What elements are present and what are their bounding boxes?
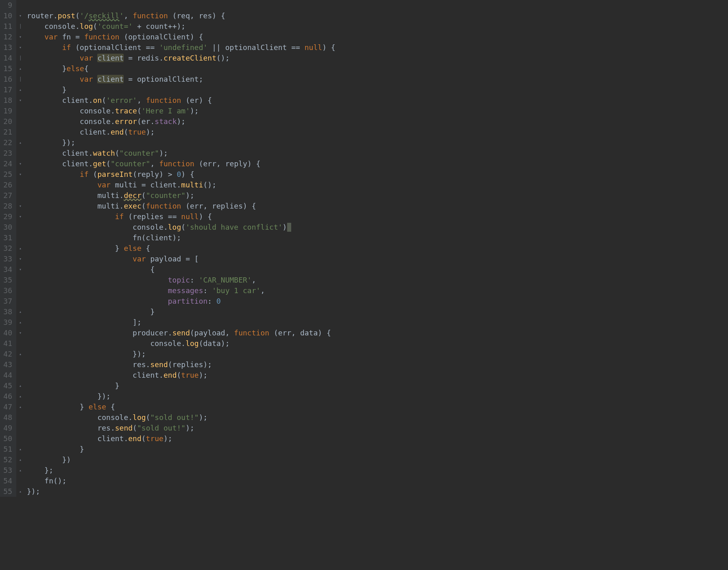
line-number[interactable]: 34	[3, 264, 12, 275]
code-line[interactable]: console.log("sold out!");	[27, 412, 336, 423]
fold-marker-icon[interactable]: │	[16, 53, 24, 63]
fold-marker-icon[interactable]	[16, 285, 24, 296]
code-line[interactable]: messages: 'buy 1 car',	[27, 285, 336, 296]
fold-marker-icon[interactable]	[16, 222, 24, 233]
line-number[interactable]: 25	[3, 169, 12, 180]
fold-marker-icon[interactable]	[16, 148, 24, 159]
line-number[interactable]: 52	[3, 455, 12, 465]
line-number[interactable]: 16	[3, 74, 12, 85]
line-number[interactable]: 53	[3, 465, 12, 476]
line-number[interactable]: 49	[3, 423, 12, 433]
fold-marker-icon[interactable]: ▴	[16, 465, 24, 476]
line-number[interactable]: 20	[3, 116, 12, 127]
fold-marker-icon[interactable]: ▴	[16, 85, 24, 95]
code-line[interactable]: }	[27, 307, 336, 317]
code-line[interactable]: }	[27, 381, 336, 391]
line-number[interactable]: 9	[3, 0, 12, 11]
code-line[interactable]: client.on('error', function (er) {	[27, 95, 336, 106]
fold-marker-icon[interactable]: ▾	[16, 169, 24, 180]
line-number[interactable]: 42	[3, 349, 12, 359]
fold-marker-icon[interactable]	[16, 476, 24, 486]
code-line[interactable]: var fn = function (optionalClient) {	[27, 32, 336, 42]
code-line[interactable]: if (optionalClient == 'undefined' || opt…	[27, 42, 336, 53]
fold-marker-icon[interactable]	[16, 275, 24, 285]
fold-marker-icon[interactable]: ▾	[16, 328, 24, 338]
fold-marker-icon[interactable]: ▴	[16, 402, 24, 412]
fold-marker-gutter[interactable]: ▾│▾▾│▴│▴▾▴▾▾▾▾▴▾▾▴▴▾▴▴▴▴▴▴▴▴	[16, 0, 24, 497]
code-line[interactable]: console.log('should have conflict')	[27, 222, 336, 233]
fold-marker-icon[interactable]: ▴	[16, 444, 24, 455]
code-line[interactable]: client.get("counter", function (err, rep…	[27, 159, 336, 169]
line-number[interactable]: 13	[3, 42, 12, 53]
code-line[interactable]: var client = optionalClient;	[27, 74, 336, 85]
code-line[interactable]: console.log('count=' + count++);	[27, 21, 336, 32]
line-number[interactable]: 36	[3, 285, 12, 296]
code-line[interactable]	[27, 0, 336, 11]
code-line[interactable]: producer.send(payload, function (err, da…	[27, 328, 336, 338]
fold-marker-icon[interactable]: ▾	[16, 264, 24, 275]
code-line[interactable]: } else {	[27, 402, 336, 412]
code-line[interactable]: client.watch("counter");	[27, 148, 336, 159]
line-number[interactable]: 21	[3, 127, 12, 137]
fold-marker-icon[interactable]: ▾	[16, 211, 24, 222]
fold-marker-icon[interactable]	[16, 338, 24, 349]
line-number[interactable]: 10	[3, 11, 12, 21]
code-line[interactable]: fn(client);	[27, 233, 336, 243]
fold-marker-icon[interactable]: ▴	[16, 243, 24, 254]
fold-marker-icon[interactable]: ▴	[16, 307, 24, 317]
line-number[interactable]: 28	[3, 201, 12, 211]
fold-marker-icon[interactable]: ▾	[16, 32, 24, 42]
fold-marker-icon[interactable]	[16, 180, 24, 190]
fold-marker-icon[interactable]: ▴	[16, 486, 24, 497]
code-line[interactable]: }else{	[27, 63, 336, 74]
code-line[interactable]: res.send(replies);	[27, 359, 336, 370]
code-line[interactable]: });	[27, 349, 336, 359]
fold-marker-icon[interactable]: ▾	[16, 159, 24, 169]
code-line[interactable]: }	[27, 85, 336, 95]
line-number[interactable]: 14	[3, 53, 12, 63]
code-line[interactable]: }	[27, 444, 336, 455]
line-number[interactable]: 12	[3, 32, 12, 42]
code-line[interactable]: partition: 0	[27, 296, 336, 307]
fold-marker-icon[interactable]	[16, 127, 24, 137]
fold-marker-icon[interactable]: │	[16, 21, 24, 32]
line-number[interactable]: 45	[3, 381, 12, 391]
line-number[interactable]: 41	[3, 338, 12, 349]
code-line[interactable]: var multi = client.multi();	[27, 180, 336, 190]
code-line[interactable]: router.post('/seckill', function (req, r…	[27, 11, 336, 21]
fold-marker-icon[interactable]: ▾	[16, 42, 24, 53]
line-number[interactable]: 33	[3, 254, 12, 264]
fold-marker-icon[interactable]: ▾	[16, 254, 24, 264]
code-line[interactable]: };	[27, 465, 336, 476]
code-line[interactable]: });	[27, 391, 336, 402]
code-line[interactable]: });	[27, 137, 336, 148]
code-line[interactable]: console.error(er.stack);	[27, 116, 336, 127]
line-number[interactable]: 37	[3, 296, 12, 307]
fold-marker-icon[interactable]	[16, 423, 24, 433]
line-number[interactable]: 32	[3, 243, 12, 254]
line-number[interactable]: 23	[3, 148, 12, 159]
fold-marker-icon[interactable]: ▾	[16, 201, 24, 211]
fold-marker-icon[interactable]: ▴	[16, 63, 24, 74]
fold-marker-icon[interactable]: ▴	[16, 455, 24, 465]
fold-marker-icon[interactable]	[16, 359, 24, 370]
line-number[interactable]: 29	[3, 211, 12, 222]
code-line[interactable]: if (parseInt(reply) > 0) {	[27, 169, 336, 180]
fold-marker-icon[interactable]: │	[16, 74, 24, 85]
line-number[interactable]: 38	[3, 307, 12, 317]
code-area[interactable]: router.post('/seckill', function (req, r…	[24, 0, 336, 497]
line-number[interactable]: 35	[3, 275, 12, 285]
fold-marker-icon[interactable]	[16, 296, 24, 307]
code-line[interactable]: client.end(true);	[27, 433, 336, 444]
fold-marker-icon[interactable]	[16, 433, 24, 444]
fold-marker-icon[interactable]: ▴	[16, 137, 24, 148]
fold-marker-icon[interactable]: ▴	[16, 381, 24, 391]
code-line[interactable]: topic: 'CAR_NUMBER',	[27, 275, 336, 285]
code-line[interactable]: fn();	[27, 476, 336, 486]
line-number[interactable]: 50	[3, 433, 12, 444]
fold-marker-icon[interactable]	[16, 370, 24, 381]
line-number[interactable]: 11	[3, 21, 12, 32]
fold-marker-icon[interactable]	[16, 116, 24, 127]
code-line[interactable]: var payload = [	[27, 254, 336, 264]
line-number[interactable]: 18	[3, 95, 12, 106]
